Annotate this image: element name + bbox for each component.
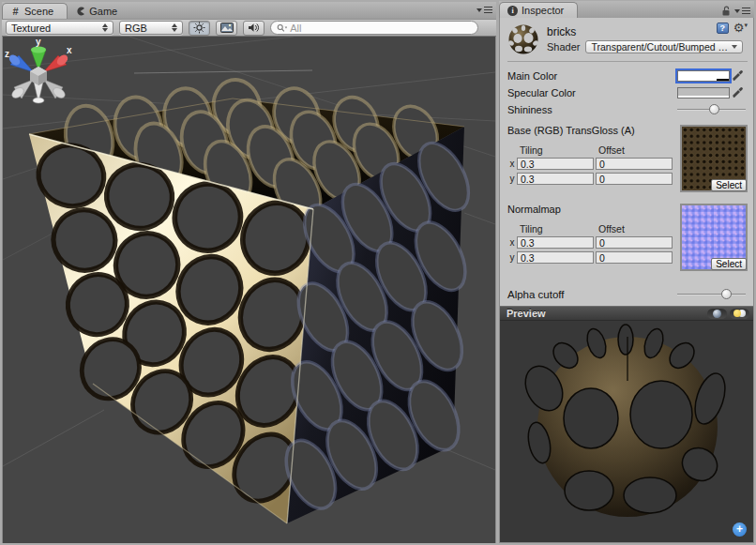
tab-scene-label: Scene <box>24 6 53 17</box>
x-axis-label: x <box>507 237 517 248</box>
main-color-swatch[interactable] <box>677 70 730 82</box>
main-color-row: Main Color <box>507 68 748 83</box>
lock-icon[interactable] <box>721 6 731 16</box>
inspector-tabbar: i Inspector <box>499 1 754 18</box>
base-select-button[interactable]: Select <box>711 179 747 191</box>
scene-panel-menu-icon[interactable] <box>476 7 492 13</box>
base-texture-thumbnail[interactable]: Select <box>680 125 748 192</box>
scene-toolbar: Textured RGB <box>2 19 496 37</box>
tab-game-label: Game <box>89 6 117 17</box>
cube-mesh <box>29 75 478 523</box>
base-map-section: Base (RGB) TransGloss (A) Tiling Offset … <box>507 125 748 194</box>
shader-label: Shader <box>547 41 580 53</box>
channels-value: RGB <box>125 23 147 34</box>
preview-sphere-render <box>500 321 753 527</box>
info-icon: i <box>507 6 518 16</box>
material-header: bricks Shader Transparent/Cutout/Bumped … <box>507 22 748 62</box>
tiling-header: Tiling <box>517 223 596 235</box>
tab-scene[interactable]: # Scene <box>2 3 68 19</box>
x-axis-label: x <box>507 159 517 169</box>
normal-offset-y-input[interactable] <box>596 251 673 264</box>
alpha-cutoff-slider-knob[interactable] <box>721 289 732 299</box>
orientation-gizmo[interactable]: y z x <box>3 37 74 112</box>
material-name: bricks <box>547 25 743 38</box>
shininess-slider-knob[interactable] <box>709 104 719 114</box>
preview-viewport[interactable]: + <box>500 321 753 542</box>
y-axis-label: y <box>507 174 517 184</box>
channels-dropdown[interactable]: RGB <box>119 21 183 35</box>
gizmo-z-label: z <box>5 49 9 59</box>
shader-value: Transparent/Cutout/Bumped Spe <box>591 41 729 53</box>
help-icon[interactable]: ? <box>717 23 729 34</box>
search-input[interactable] <box>290 23 472 34</box>
preview-section: Preview <box>500 306 753 542</box>
draw-mode-dropdown[interactable]: Textured <box>6 21 113 35</box>
normalmap-thumbnail[interactable]: Select <box>680 204 748 271</box>
alpha-cutoff-row: Alpha cutoff <box>507 286 748 302</box>
preview-mesh-button[interactable] <box>707 309 727 319</box>
light-icon <box>733 310 741 317</box>
search-icon <box>277 23 287 33</box>
gear-icon[interactable]: ⚙ <box>733 22 748 34</box>
gizmo-x-axis <box>43 53 69 72</box>
alpha-cutoff-label: Alpha cutoff <box>507 289 677 300</box>
alpha-cutoff-slider[interactable] <box>677 288 746 301</box>
lighting-toggle-button[interactable] <box>189 21 210 36</box>
base-tiling-y-input[interactable] <box>517 173 594 185</box>
add-button[interactable]: + <box>733 522 747 537</box>
render-mode-button[interactable] <box>216 21 237 36</box>
offset-header: Offset <box>596 223 674 235</box>
updown-arrows-icon <box>102 23 108 32</box>
normalmap-section: Normalmap Tiling Offset x y <box>507 204 748 273</box>
inspector-panel-menu-icon[interactable] <box>721 6 750 16</box>
sphere-icon <box>713 310 721 318</box>
preview-header[interactable]: Preview <box>500 307 753 321</box>
normal-tiling-y-input[interactable] <box>517 251 594 264</box>
specular-color-swatch[interactable] <box>677 87 730 98</box>
shininess-row: Shininess <box>507 101 748 117</box>
normal-offset-x-input[interactable] <box>596 236 673 249</box>
material-preview-icon <box>507 23 539 55</box>
scene-3d-render <box>3 37 495 543</box>
base-offset-x-input[interactable] <box>596 158 673 170</box>
material-inspector: bricks Shader Transparent/Cutout/Bumped … <box>500 18 753 306</box>
grid-icon: # <box>10 7 21 17</box>
preview-light-button[interactable] <box>730 309 749 319</box>
main-color-label: Main Color <box>507 70 677 82</box>
gizmo-z-axis <box>8 53 34 72</box>
tab-game[interactable]: Game <box>68 3 130 19</box>
eyedropper-icon[interactable] <box>733 87 743 98</box>
base-offset-y-input[interactable] <box>596 173 673 185</box>
preview-title: Preview <box>507 308 546 319</box>
gizmo-cube <box>30 67 47 85</box>
scene-tabbar: # Scene Game <box>2 2 496 19</box>
normal-tiling-x-input[interactable] <box>517 236 594 249</box>
specular-color-label: Specular Color <box>507 87 677 98</box>
specular-color-row: Specular Color <box>507 84 748 100</box>
sun-icon <box>193 22 205 34</box>
tab-inspector-label: Inspector <box>522 5 564 16</box>
scene-panel: # Scene Game Textured RGB <box>2 2 496 543</box>
eyedropper-icon[interactable] <box>733 70 743 82</box>
tab-inspector[interactable]: i Inspector <box>499 2 578 18</box>
unity-editor-window: # Scene Game Textured RGB <box>0 0 756 545</box>
image-icon <box>220 23 234 33</box>
y-axis-label: y <box>507 252 517 263</box>
gizmo-x-label: x <box>67 45 72 55</box>
shininess-label: Shininess <box>507 104 677 115</box>
inspector-panel: i Inspector <box>499 2 754 543</box>
tiling-header: Tiling <box>517 144 596 157</box>
draw-mode-value: Textured <box>11 23 51 34</box>
audio-toggle-button[interactable] <box>243 21 265 36</box>
updown-arrows-icon <box>172 23 177 32</box>
shininess-slider[interactable] <box>677 103 746 116</box>
base-tiling-x-input[interactable] <box>517 158 594 170</box>
offset-header: Offset <box>596 144 674 157</box>
scene-viewport[interactable]: y z x <box>2 37 496 543</box>
gizmo-y-label: y <box>36 37 41 47</box>
speaker-icon <box>248 23 260 33</box>
game-icon <box>75 6 85 16</box>
normal-select-button[interactable]: Select <box>711 258 747 270</box>
scene-search-field[interactable] <box>270 21 478 35</box>
shader-dropdown[interactable]: Transparent/Cutout/Bumped Spe <box>585 40 743 53</box>
